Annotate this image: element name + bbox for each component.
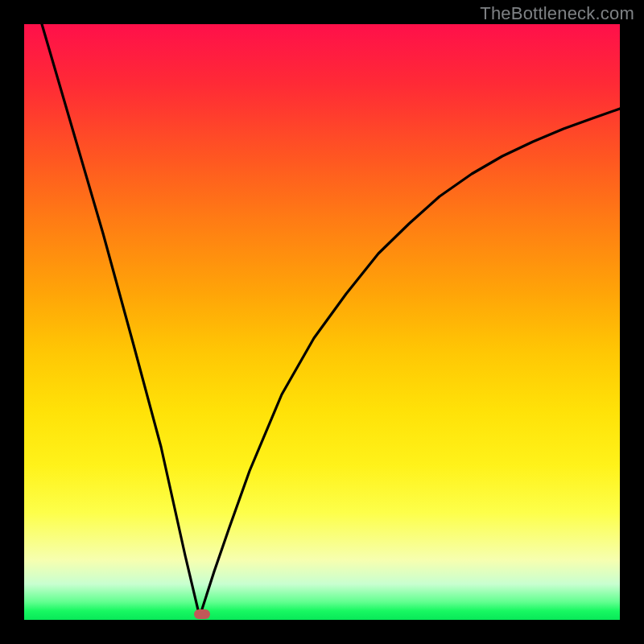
optimal-marker [194,609,210,619]
bottleneck-curve [24,24,620,620]
chart-frame: TheBottleneck.com [0,0,644,644]
curve-path [42,24,620,617]
watermark-label: TheBottleneck.com [480,3,634,24]
plot-area [24,24,620,620]
